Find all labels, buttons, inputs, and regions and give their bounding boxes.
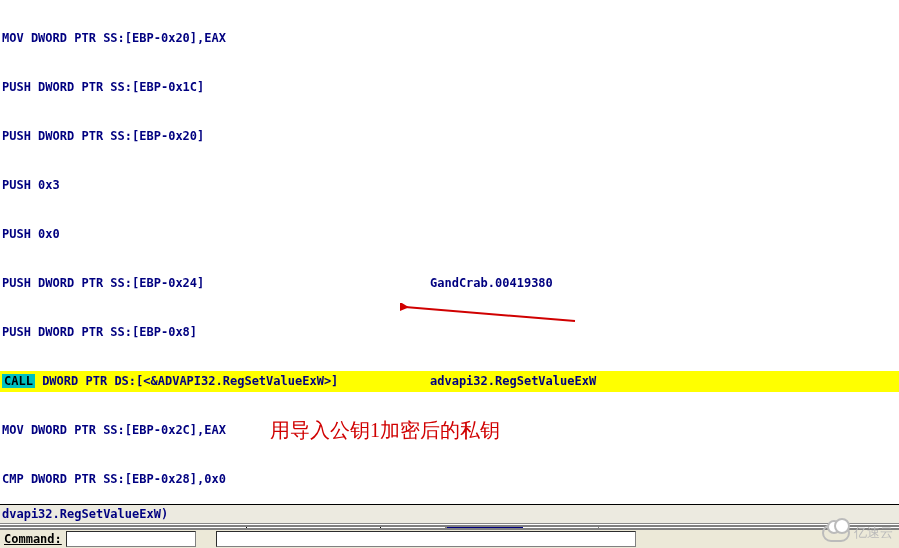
disasm-row[interactable]: PUSH 0x0 — [0, 224, 899, 245]
instruction: PUSH DWORD PTR SS:[EBP-0x20] — [0, 126, 430, 147]
disasm-row[interactable]: CMP DWORD PTR SS:[EBP-0x28],0x0 — [0, 469, 899, 490]
disasm-row[interactable]: PUSH DWORD PTR SS:[EBP-0x1C] — [0, 77, 899, 98]
comment — [430, 28, 899, 49]
comment: advapi32.RegSetValueExW — [430, 371, 899, 392]
disasm-row[interactable]: PUSH DWORD PTR SS:[EBP-0x8] — [0, 322, 899, 343]
info-bar: dvapi32.RegSetValueExW) — [0, 504, 899, 524]
comment — [430, 126, 899, 147]
comment — [430, 77, 899, 98]
command-bar: Command: — [0, 528, 899, 548]
disasm-row[interactable]: MOV DWORD PTR SS:[EBP-0x20],EAX — [0, 28, 899, 49]
cloud-icon — [822, 524, 850, 542]
comment — [430, 322, 899, 343]
instruction: PUSH DWORD PTR SS:[EBP-0x8] — [0, 322, 430, 343]
instruction: CALL DWORD PTR DS:[<&ADVAPI32.RegSetValu… — [0, 371, 430, 392]
comment — [430, 224, 899, 245]
annotation: 用导入公钥1加密后的私钥 — [270, 420, 500, 441]
instruction: MOV DWORD PTR SS:[EBP-0x20],EAX — [0, 28, 430, 49]
instruction: PUSH DWORD PTR SS:[EBP-0x1C] — [0, 77, 430, 98]
comment — [430, 469, 899, 490]
disassembly-pane[interactable]: MOV DWORD PTR SS:[EBP-0x20],EAX PUSH DWO… — [0, 0, 899, 504]
comment: GandCrab.00419380 — [430, 273, 899, 294]
info-text: dvapi32.RegSetValueExW) — [2, 507, 168, 521]
call-rest: DWORD PTR DS:[<&ADVAPI32.RegSetValueExW>… — [35, 374, 338, 388]
disasm-row[interactable]: PUSH 0x3 — [0, 175, 899, 196]
instruction: PUSH 0x3 — [0, 175, 430, 196]
disasm-row[interactable]: PUSH DWORD PTR SS:[EBP-0x20] — [0, 126, 899, 147]
command-output — [216, 531, 636, 547]
command-input[interactable] — [66, 531, 196, 547]
instruction: PUSH DWORD PTR SS:[EBP-0x24] — [0, 273, 430, 294]
disasm-row[interactable]: MOV DWORD PTR SS:[EBP-0x2C],EAX用导入公钥1加密后… — [0, 420, 899, 441]
instruction: MOV DWORD PTR SS:[EBP-0x2C],EAX — [0, 420, 270, 441]
comment — [430, 175, 899, 196]
disasm-row[interactable]: PUSH DWORD PTR SS:[EBP-0x24]GandCrab.004… — [0, 273, 899, 294]
watermark: 亿速云 — [822, 524, 893, 542]
disasm-row-highlight[interactable]: CALL DWORD PTR DS:[<&ADVAPI32.RegSetValu… — [0, 371, 899, 392]
call-mnemonic: CALL — [2, 374, 35, 388]
command-label: Command: — [0, 532, 66, 546]
instruction: PUSH 0x0 — [0, 224, 430, 245]
watermark-text: 亿速云 — [854, 524, 893, 542]
instruction: CMP DWORD PTR SS:[EBP-0x28],0x0 — [0, 469, 430, 490]
